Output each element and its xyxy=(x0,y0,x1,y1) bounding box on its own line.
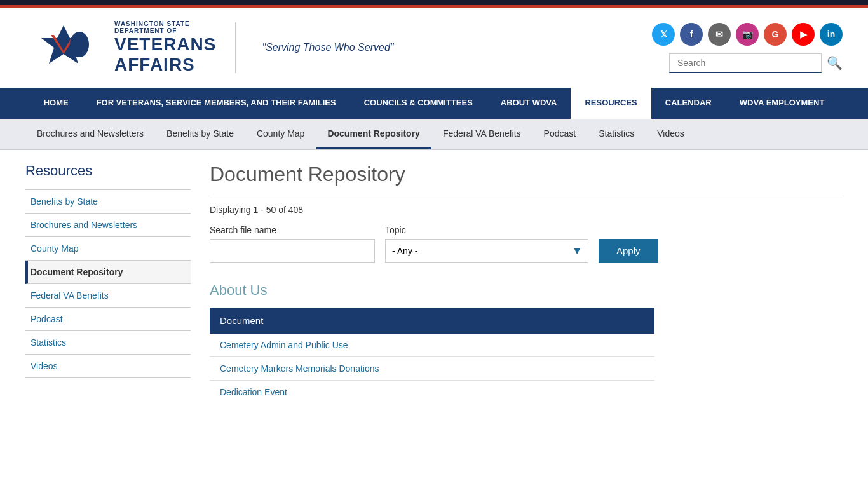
nav-item-employment[interactable]: WDVA EMPLOYMENT xyxy=(726,88,839,119)
sidebar-link-docs[interactable]: Document Repository xyxy=(28,261,191,283)
topic-select-wrapper: - Any - ▼ xyxy=(385,239,588,263)
sidebar: Resources Benefits by State Brochures an… xyxy=(25,163,191,403)
sub-nav-link-federal[interactable]: Federal VA Benefits xyxy=(431,119,532,147)
youtube-icon[interactable]: ▶ xyxy=(792,23,815,46)
linkedin-icon[interactable]: in xyxy=(820,23,843,46)
document-table: Document Cemetery Admin and Public Use C… xyxy=(210,308,654,403)
sidebar-item-videos[interactable]: Videos xyxy=(25,355,191,378)
logo-area: WASHINGTON STATE DEPARTMENT OF VETERANS … xyxy=(25,20,393,75)
sub-nav-item-docs[interactable]: Document Repository xyxy=(316,119,431,149)
nav-link-employment[interactable]: WDVA EMPLOYMENT xyxy=(726,88,839,119)
table-row: Cemetery Markers Memorials Donations xyxy=(210,356,654,380)
apply-button[interactable]: Apply xyxy=(599,239,658,263)
nav-item-resources[interactable]: RESOURCES xyxy=(571,88,651,119)
sub-nav-item-videos[interactable]: Videos xyxy=(646,119,696,149)
social-icons-bar: 𝕏 f ✉ 📷 G ▶ in xyxy=(652,23,843,46)
table-row: Cemetery Admin and Public Use xyxy=(210,334,654,357)
dept-line1: WASHINGTON STATE DEPARTMENT OF xyxy=(114,20,216,34)
logo-divider xyxy=(235,22,236,73)
top-dark-bar xyxy=(0,0,868,5)
nav-link-veterans[interactable]: FOR VETERANS, SERVICE MEMBERS, AND THEIR… xyxy=(83,88,350,119)
nav-item-veterans[interactable]: FOR VETERANS, SERVICE MEMBERS, AND THEIR… xyxy=(83,88,350,119)
sidebar-item-podcast[interactable]: Podcast xyxy=(25,308,191,331)
org-name-text: WASHINGTON STATE DEPARTMENT OF VETERANS … xyxy=(114,20,216,75)
sidebar-link-videos[interactable]: Videos xyxy=(25,355,191,377)
filter-form: Search file name Topic - Any - ▼ Apply xyxy=(210,225,843,263)
sidebar-link-statistics[interactable]: Statistics xyxy=(25,331,191,354)
sub-nav-link-county[interactable]: County Map xyxy=(245,119,316,147)
google-icon[interactable]: G xyxy=(764,23,787,46)
file-name-input[interactable] xyxy=(210,239,375,263)
doc-link-cemetery-admin[interactable]: Cemetery Admin and Public Use xyxy=(220,340,348,350)
header-right: 𝕏 f ✉ 📷 G ▶ in 🔍 xyxy=(652,23,843,73)
sub-nav: Brochures and Newsletters Benefits by St… xyxy=(0,119,868,150)
sidebar-title: Resources xyxy=(25,163,191,179)
sidebar-item-county[interactable]: County Map xyxy=(25,237,191,261)
sidebar-link-benefits[interactable]: Benefits by State xyxy=(25,190,191,213)
nav-link-home[interactable]: HOME xyxy=(30,88,83,119)
sub-nav-item-statistics[interactable]: Statistics xyxy=(587,119,646,149)
section-title-about: About Us xyxy=(210,282,843,299)
displaying-count: Displaying 1 - 50 of 408 xyxy=(210,205,843,215)
tagline: "Serving Those Who Served" xyxy=(262,42,393,53)
facebook-icon[interactable]: f xyxy=(680,23,703,46)
sidebar-link-federal[interactable]: Federal VA Benefits xyxy=(25,284,191,307)
table-cell: Cemetery Admin and Public Use xyxy=(210,334,654,357)
sidebar-item-docs[interactable]: Document Repository xyxy=(25,261,191,284)
main-nav: HOME FOR VETERANS, SERVICE MEMBERS, AND … xyxy=(0,88,868,119)
sidebar-item-federal[interactable]: Federal VA Benefits xyxy=(25,284,191,308)
sub-nav-item-benefits[interactable]: Benefits by State xyxy=(155,119,245,149)
nav-link-councils[interactable]: COUNCILS & COMMITTEES xyxy=(350,88,487,119)
filter-group-topic: Topic - Any - ▼ xyxy=(385,225,588,263)
doc-link-dedication[interactable]: Dedication Event xyxy=(220,387,287,397)
twitter-icon[interactable]: 𝕏 xyxy=(652,23,675,46)
main-content: Document Repository Displaying 1 - 50 of… xyxy=(210,163,843,403)
sub-nav-item-county[interactable]: County Map xyxy=(245,119,316,149)
email-icon[interactable]: ✉ xyxy=(708,23,731,46)
table-header-document: Document xyxy=(210,308,654,334)
sub-nav-item-podcast[interactable]: Podcast xyxy=(532,119,588,149)
doc-link-cemetery-markers[interactable]: Cemetery Markers Memorials Donations xyxy=(220,363,379,374)
nav-item-home[interactable]: HOME xyxy=(30,88,83,119)
sidebar-item-statistics[interactable]: Statistics xyxy=(25,331,191,355)
file-name-label: Search file name xyxy=(210,225,375,235)
sidebar-list: Benefits by State Brochures and Newslett… xyxy=(25,189,191,378)
content-wrapper: Resources Benefits by State Brochures an… xyxy=(0,150,868,416)
page-title: Document Repository xyxy=(210,163,843,194)
filter-group-filename: Search file name xyxy=(210,225,375,263)
sidebar-link-podcast[interactable]: Podcast xyxy=(25,308,191,330)
search-input[interactable] xyxy=(669,53,822,73)
sidebar-item-brochures[interactable]: Brochures and Newsletters xyxy=(25,214,191,237)
site-header: WASHINGTON STATE DEPARTMENT OF VETERANS … xyxy=(0,8,868,88)
sub-nav-item-federal[interactable]: Federal VA Benefits xyxy=(431,119,532,149)
table-cell: Cemetery Markers Memorials Donations xyxy=(210,356,654,380)
sub-nav-link-brochures[interactable]: Brochures and Newsletters xyxy=(25,119,155,147)
table-row: Dedication Event xyxy=(210,380,654,403)
nav-link-about[interactable]: ABOUT WDVA xyxy=(487,88,571,119)
org-va: VETERANS AFFAIRS xyxy=(114,34,216,75)
nav-link-resources[interactable]: RESOURCES xyxy=(571,88,651,119)
sub-nav-link-benefits[interactable]: Benefits by State xyxy=(155,119,245,147)
nav-item-about[interactable]: ABOUT WDVA xyxy=(487,88,571,119)
nav-item-calendar[interactable]: CALENDAR xyxy=(651,88,726,119)
topic-select[interactable]: - Any - xyxy=(385,239,588,263)
sidebar-link-county[interactable]: County Map xyxy=(25,237,191,260)
sub-nav-link-podcast[interactable]: Podcast xyxy=(532,119,588,147)
sub-nav-link-videos[interactable]: Videos xyxy=(646,119,696,147)
nav-item-councils[interactable]: COUNCILS & COMMITTEES xyxy=(350,88,487,119)
nav-link-calendar[interactable]: CALENDAR xyxy=(651,88,726,119)
topic-label: Topic xyxy=(385,225,588,235)
sub-nav-item-brochures[interactable]: Brochures and Newsletters xyxy=(25,119,155,149)
sidebar-item-benefits[interactable]: Benefits by State xyxy=(25,190,191,214)
search-button[interactable]: 🔍 xyxy=(827,55,843,71)
logo-emblem xyxy=(25,22,102,73)
instagram-icon[interactable]: 📷 xyxy=(736,23,759,46)
table-cell: Dedication Event xyxy=(210,380,654,403)
sidebar-link-brochures[interactable]: Brochures and Newsletters xyxy=(25,214,191,236)
sub-nav-link-docs[interactable]: Document Repository xyxy=(316,119,431,149)
svg-point-3 xyxy=(74,33,85,43)
sub-nav-link-statistics[interactable]: Statistics xyxy=(587,119,646,147)
search-bar: 🔍 xyxy=(669,53,843,73)
